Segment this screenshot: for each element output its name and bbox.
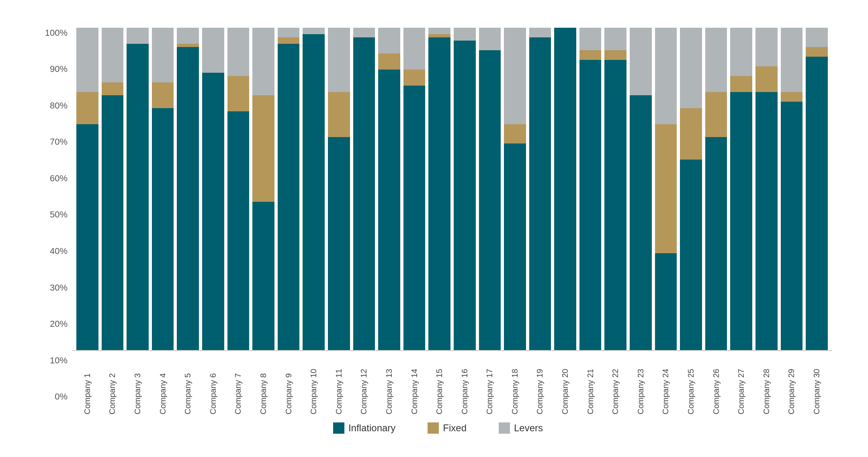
x-label-text: Company 21 bbox=[586, 354, 595, 414]
bar-segment-inflationary bbox=[680, 160, 702, 350]
x-label-item: Company 7 bbox=[227, 354, 250, 414]
y-axis-label: 50% bbox=[50, 209, 68, 220]
bar-segment-levers bbox=[177, 28, 199, 44]
bar-stack bbox=[479, 28, 501, 350]
bar-stack bbox=[303, 28, 325, 350]
bar-segment-inflationary bbox=[152, 108, 174, 350]
bar-stack bbox=[403, 28, 426, 350]
legend-item-inflationary: Inflationary bbox=[333, 422, 395, 434]
bar-segment-inflationary bbox=[353, 37, 375, 350]
bar-group bbox=[680, 28, 702, 350]
x-label-text: Company 11 bbox=[334, 354, 344, 414]
bar-segment-inflationary bbox=[454, 41, 476, 350]
bar-segment-levers bbox=[152, 28, 174, 82]
bar-segment-levers bbox=[454, 28, 476, 41]
bar-segment-fixed bbox=[76, 92, 98, 124]
bar-segment-inflationary bbox=[529, 37, 551, 350]
bar-segment-inflationary bbox=[554, 28, 576, 350]
bar-segment-inflationary bbox=[177, 47, 199, 350]
y-axis-label: 40% bbox=[50, 246, 68, 256]
bar-segment-levers bbox=[202, 28, 224, 73]
bar-segment-inflationary bbox=[604, 60, 626, 350]
bar-group bbox=[202, 28, 224, 350]
bar-segment-inflationary bbox=[278, 44, 300, 350]
bar-group bbox=[554, 28, 576, 350]
bar-segment-fixed bbox=[781, 92, 803, 102]
x-label-item: Company 4 bbox=[152, 354, 174, 414]
x-label-text: Company 7 bbox=[233, 354, 243, 414]
bar-stack bbox=[755, 28, 778, 350]
bar-segment-levers bbox=[755, 28, 778, 66]
bar-segment-fixed bbox=[705, 92, 727, 137]
bar-group bbox=[428, 28, 450, 350]
bar-group bbox=[252, 28, 274, 350]
bar-stack bbox=[554, 28, 576, 350]
bar-segment-inflationary bbox=[730, 92, 752, 350]
bar-segment-levers bbox=[328, 28, 350, 92]
bar-segment-inflationary bbox=[655, 253, 677, 350]
x-label-text: Company 10 bbox=[309, 354, 318, 414]
chart-area: 100%90%80%70%60%50%40%30%20%10%0% Compan… bbox=[44, 28, 832, 414]
x-label-item: Company 2 bbox=[102, 354, 124, 414]
bar-stack bbox=[705, 28, 727, 350]
x-label-item: Company 14 bbox=[403, 354, 426, 414]
bar-stack bbox=[630, 28, 652, 350]
x-label-text: Company 13 bbox=[385, 354, 394, 414]
bar-group bbox=[806, 28, 828, 350]
bar-group bbox=[781, 28, 803, 350]
x-label-item: Company 1 bbox=[76, 354, 98, 414]
bar-segment-levers bbox=[278, 28, 300, 37]
bar-segment-inflationary bbox=[303, 34, 325, 350]
bar-stack bbox=[152, 28, 174, 350]
x-label-item: Company 12 bbox=[353, 354, 375, 414]
x-label-text: Company 1 bbox=[83, 354, 92, 414]
bar-segment-inflationary bbox=[479, 50, 501, 350]
x-label-text: Company 17 bbox=[485, 354, 494, 414]
x-label-item: Company 23 bbox=[630, 354, 652, 414]
bar-segment-inflationary bbox=[705, 137, 727, 350]
bars-area bbox=[72, 28, 832, 351]
x-label-text: Company 23 bbox=[636, 354, 645, 414]
x-label-text: Company 19 bbox=[535, 354, 545, 414]
legend-swatch-levers bbox=[499, 422, 510, 434]
bar-segment-levers bbox=[680, 28, 702, 109]
bar-stack bbox=[378, 28, 400, 350]
y-axis-label: 30% bbox=[50, 283, 68, 293]
bar-stack bbox=[655, 28, 677, 350]
bar-segment-inflationary bbox=[579, 60, 602, 350]
bar-segment-fixed bbox=[328, 92, 350, 137]
bar-group bbox=[403, 28, 426, 350]
x-label-text: Company 8 bbox=[259, 354, 268, 414]
x-label-item: Company 11 bbox=[328, 354, 350, 414]
bar-segment-levers bbox=[303, 28, 325, 34]
bar-segment-levers bbox=[252, 28, 274, 95]
legend-label-fixed: Fixed bbox=[443, 422, 467, 434]
y-axis: 100%90%80%70%60%50%40%30%20%10%0% bbox=[44, 28, 72, 414]
bar-segment-fixed bbox=[680, 108, 702, 160]
bar-segment-levers bbox=[403, 28, 426, 70]
bar-segment-inflationary bbox=[630, 95, 652, 350]
x-label-text: Company 15 bbox=[435, 354, 444, 414]
bar-segment-levers bbox=[781, 28, 803, 92]
bar-segment-inflationary bbox=[378, 70, 400, 350]
bar-segment-inflationary bbox=[227, 111, 250, 350]
x-label-text: Company 2 bbox=[108, 354, 117, 414]
x-label-text: Company 3 bbox=[133, 354, 142, 414]
x-label-text: Company 26 bbox=[712, 354, 721, 414]
legend-swatch-fixed bbox=[428, 422, 439, 434]
bar-segment-inflationary bbox=[127, 44, 149, 350]
x-label-text: Company 25 bbox=[686, 354, 696, 414]
chart-body: Company 1Company 2Company 3Company 4Comp… bbox=[72, 28, 832, 414]
x-label-item: Company 28 bbox=[755, 354, 778, 414]
x-label-text: Company 28 bbox=[762, 354, 771, 414]
x-label-text: Company 24 bbox=[661, 354, 670, 414]
bar-stack bbox=[252, 28, 274, 350]
bar-group bbox=[328, 28, 350, 350]
bar-group bbox=[454, 28, 476, 350]
x-label-text: Company 14 bbox=[410, 354, 419, 414]
bar-segment-levers bbox=[127, 28, 149, 44]
x-labels: Company 1Company 2Company 3Company 4Comp… bbox=[72, 354, 832, 414]
bar-group bbox=[102, 28, 124, 350]
legend-swatch-inflationary bbox=[333, 422, 344, 434]
legend-label-inflationary: Inflationary bbox=[348, 422, 395, 434]
